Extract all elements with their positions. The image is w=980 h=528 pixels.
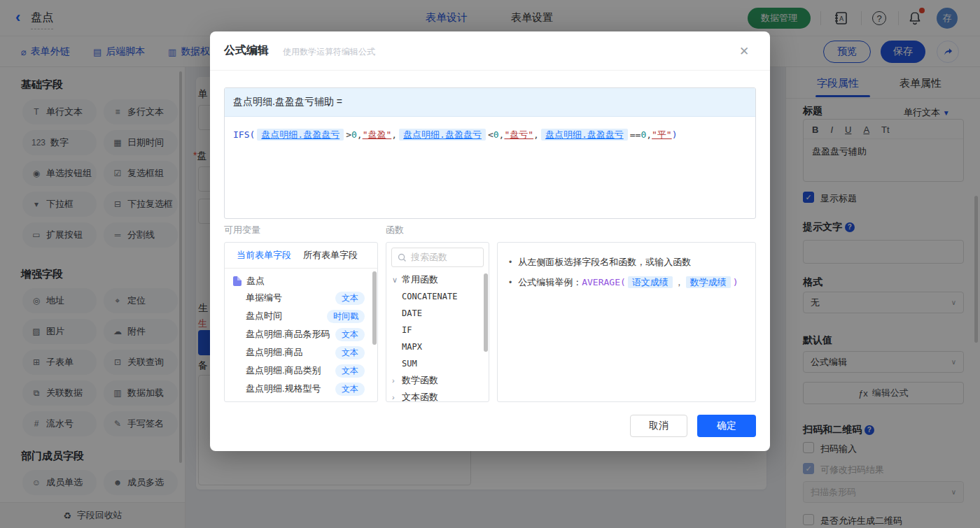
formula-token[interactable]: "盘亏" (504, 129, 533, 140)
formula-editor: 盘点明细.盘盈盘亏辅助 = IFS(盘点明细.盘盈盘亏>0,"盘盈",盘点明细.… (224, 87, 756, 219)
function-label: DATE (402, 308, 422, 318)
variable-row[interactable]: 盘点明细.商品 文本 (225, 343, 377, 362)
variables-panel: 当前表单字段 所有表单字段 盘点 单据编号 文本 盘点时间 时间戳 (224, 242, 378, 402)
app-window: ‹ 盘点 表单设计 表单设置 数据管理 A ? 存 ⌀ 表单外链 ▤ 后端脚本 … (0, 0, 980, 528)
function-row[interactable]: ∨ 常用函数 (386, 271, 489, 288)
variable-type-badge: 时间戳 (327, 310, 365, 323)
hint-token: 数学成绩 (686, 276, 731, 288)
functions-scrollbar[interactable] (484, 273, 488, 352)
functions-list: ∨ 常用函数 CONCATENATE DATE (386, 271, 489, 402)
hint-line-2: • 公式编辑举例：AVERAGE(语文成绩，数学成绩) (509, 276, 744, 290)
hint-token: AVERAGE( (582, 277, 626, 287)
search-placeholder: 搜索函数 (411, 251, 447, 264)
formula-token[interactable]: 0 (351, 129, 357, 140)
formula-token[interactable]: "平" (652, 129, 672, 140)
function-label: CONCATENATE (402, 292, 457, 301)
cancel-button[interactable]: 取消 (630, 415, 687, 437)
variable-row[interactable]: 单据编号 文本 (225, 289, 377, 307)
formula-token[interactable]: 盘点明细.盘盈盘亏 (257, 129, 344, 141)
formula-token[interactable]: < (488, 129, 493, 140)
formula-token[interactable]: IFS( (233, 129, 255, 140)
formula-edit-modal: 公式编辑 使用数学运算符编辑公式 ✕ 盘点明细.盘盈盘亏辅助 = IFS(盘点明… (210, 31, 770, 451)
formula-expression[interactable]: IFS(盘点明细.盘盈盘亏>0,"盘盈",盘点明细.盘盈盘亏<0,"盘亏",盘点… (225, 117, 755, 153)
modal-title: 公式编辑 (224, 43, 269, 58)
hint-example: 公式编辑举例：AVERAGE(语文成绩，数学成绩) (518, 276, 738, 289)
function-row[interactable]: › 数学函数 (386, 372, 489, 389)
formula-token[interactable]: "盘盈" (363, 129, 392, 140)
hint-token: 公式编辑举例： (518, 277, 582, 287)
variable-type-badge: 文本 (335, 364, 365, 378)
function-label: 数学函数 (402, 374, 438, 387)
formula-token[interactable]: ) (672, 129, 678, 140)
function-label: SUM (402, 359, 417, 369)
formula-token[interactable]: == (630, 129, 641, 140)
modal-header: 公式编辑 使用数学运算符编辑公式 ✕ (210, 31, 770, 71)
function-search-input[interactable]: 搜索函数 (391, 248, 484, 267)
function-row[interactable]: CONCATENATE (386, 288, 489, 305)
functions-section-label: 函数 (386, 224, 404, 236)
chevron-icon: › (392, 393, 402, 401)
variables-list: 单据编号 文本 盘点时间 时间戳 盘点明细.商品条形码 文本 盘点明细 (225, 289, 377, 398)
close-icon[interactable]: ✕ (739, 44, 749, 59)
variable-row[interactable]: 盘点明细.规格型号 文本 (225, 380, 377, 398)
tab-current-form-fields[interactable]: 当前表单字段 (237, 249, 291, 262)
variable-name: 盘点明细.商品条形码 (246, 328, 335, 341)
formula-token[interactable]: 盘点明细.盘盈盘亏 (541, 129, 628, 141)
function-label: 常用函数 (402, 273, 438, 286)
hint-line-1: • 从左侧面板选择字段名和函数，或输入函数 (509, 255, 744, 269)
formula-token[interactable]: , (391, 129, 397, 140)
variables-scrollbar[interactable] (372, 271, 377, 345)
variable-type-badge: 文本 (335, 292, 365, 305)
variable-name: 盘点时间 (246, 310, 327, 322)
search-icon (398, 253, 407, 262)
form-tree-root[interactable]: 盘点 (225, 269, 377, 289)
formula-token[interactable]: 0 (493, 129, 499, 140)
variables-tabs: 当前表单字段 所有表单字段 (225, 243, 377, 269)
function-row[interactable]: › 文本函数 (386, 389, 489, 402)
chevron-icon: ∨ (392, 276, 402, 285)
tab-all-form-fields[interactable]: 所有表单字段 (303, 249, 358, 262)
function-row[interactable]: SUM (386, 355, 489, 372)
variable-row[interactable]: 盘点明细.商品条形码 文本 (225, 325, 377, 343)
function-row[interactable]: DATE (386, 305, 489, 322)
hints-panel: • 从左侧面板选择字段名和函数，或输入函数 • 公式编辑举例：AVERAGE(语… (497, 242, 756, 402)
formula-token[interactable]: > (346, 129, 351, 140)
variable-name: 单据编号 (246, 292, 335, 304)
hint-token: 语文成绩 (628, 276, 673, 288)
variable-name: 盘点明细.商品 (246, 346, 335, 359)
bullet: • (509, 276, 512, 290)
variable-row[interactable]: 盘点明细.商品类别 文本 (225, 362, 377, 380)
function-label: MAPX (402, 342, 422, 352)
confirm-button[interactable]: 确定 (697, 415, 756, 437)
formula-token[interactable]: , (646, 129, 652, 140)
formula-target: 盘点明细.盘盈盘亏辅助 = (225, 88, 755, 117)
formula-token[interactable]: , (357, 129, 363, 140)
variable-name: 盘点明细.商品类别 (246, 364, 335, 377)
variable-name: 盘点明细.规格型号 (246, 383, 335, 395)
formula-token[interactable]: , (533, 129, 539, 140)
variable-type-badge: 文本 (335, 346, 365, 359)
hint-token: ) (733, 277, 738, 287)
variable-type-badge: 文本 (335, 328, 365, 341)
variable-row[interactable]: 盘点时间 时间戳 (225, 307, 377, 325)
chevron-icon: › (392, 376, 402, 385)
function-row[interactable]: MAPX (386, 338, 489, 355)
functions-panel: 搜索函数 ∨ 常用函数 CONCATENATE (386, 242, 489, 402)
function-row[interactable]: IF (386, 322, 489, 338)
variable-type-badge: 文本 (335, 383, 365, 396)
function-label: 文本函数 (402, 391, 438, 402)
form-doc-icon (233, 276, 241, 286)
hint-token: ， (675, 277, 684, 287)
variables-section-label: 可用变量 (224, 224, 260, 236)
formula-token[interactable]: 盘点明细.盘盈盘亏 (399, 129, 486, 141)
bullet: • (509, 256, 512, 269)
function-label: IF (402, 325, 412, 335)
modal-subtitle: 使用数学运算符编辑公式 (283, 46, 375, 58)
